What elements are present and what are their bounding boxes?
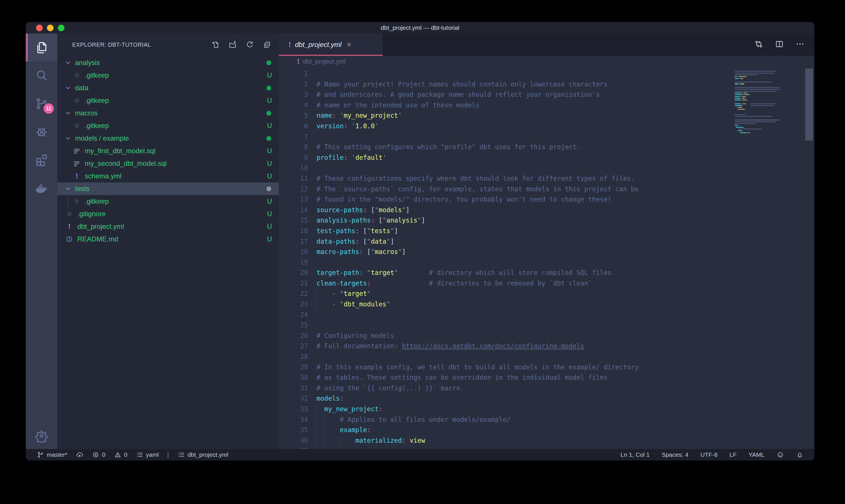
settings-gear-button[interactable] bbox=[26, 426, 57, 446]
tree-item-my-first-dbt-model-sql[interactable]: my_first_dbt_model.sqlU bbox=[57, 145, 279, 157]
minimap-line bbox=[735, 92, 741, 93]
status-sync-changes[interactable] bbox=[76, 451, 83, 458]
minimap-line bbox=[744, 94, 749, 95]
line-content: my_new_project: bbox=[317, 404, 382, 414]
code-line: 20target-path: "target" # directory whic… bbox=[279, 268, 814, 278]
tree-item-schema-yml[interactable]: !schema.ymlU bbox=[57, 170, 279, 182]
status-branch-indicator[interactable]: master* bbox=[37, 451, 67, 458]
line-content: # Full documentation: https://docs.getdb… bbox=[317, 341, 585, 352]
tree-item-dbt-project-yml[interactable]: !dbt_project.ymlU bbox=[57, 220, 279, 233]
tree-item-tests[interactable]: tests bbox=[57, 182, 279, 195]
split-editor-button[interactable] bbox=[775, 39, 784, 50]
tree-item-gitkeep[interactable]: .gitkeepU bbox=[57, 120, 279, 132]
code-editor[interactable]: 12# Name your project! Project names sho… bbox=[279, 67, 814, 449]
status-language-mode[interactable]: YAML bbox=[749, 451, 765, 458]
indent-guide bbox=[68, 195, 69, 208]
line-content: macro-paths: ["macros"] bbox=[317, 247, 406, 257]
code-line: 34 # Applies to all files under models/e… bbox=[279, 414, 814, 425]
tree-item-label: dbt_project.yml bbox=[77, 222, 124, 231]
tree-item-data[interactable]: data bbox=[57, 82, 279, 94]
status-file-selector[interactable]: dbt_project.yml bbox=[178, 451, 228, 458]
tree-item-gitignore[interactable]: .gitignoreU bbox=[57, 208, 279, 220]
minimap-line bbox=[742, 103, 745, 104]
minimap-line bbox=[735, 91, 776, 92]
status-error-count[interactable]: 0 bbox=[92, 451, 105, 458]
activity-item-explorer[interactable] bbox=[26, 34, 57, 61]
git-untracked-badge: U bbox=[267, 97, 272, 105]
tree-item-label: data bbox=[75, 84, 89, 92]
refresh-button[interactable] bbox=[245, 40, 255, 50]
tree-item-label: README.md bbox=[77, 235, 118, 243]
close-window-button[interactable] bbox=[36, 25, 43, 31]
status-eol[interactable]: LF bbox=[730, 451, 737, 458]
yaml-file-icon: ! bbox=[297, 57, 300, 66]
zoom-window-button[interactable] bbox=[58, 25, 65, 31]
status-yaml-selector[interactable]: yaml bbox=[136, 451, 159, 458]
minimap-line bbox=[735, 123, 755, 124]
line-number: 13 bbox=[279, 194, 308, 205]
git-file-icon bbox=[73, 198, 81, 205]
minimap-line bbox=[738, 83, 739, 84]
close-tab-icon[interactable]: × bbox=[347, 41, 351, 49]
tab-label: dbt_project.yml bbox=[295, 41, 342, 49]
tab-dbt-project-yml[interactable]: ! dbt_project.yml × bbox=[279, 34, 383, 56]
tree-item-label: my_first_dbt_model.sql bbox=[85, 147, 156, 155]
line-number: 37 bbox=[279, 446, 308, 449]
line-number: 17 bbox=[279, 236, 308, 247]
new-folder-button[interactable] bbox=[228, 40, 237, 50]
new-file-button[interactable] bbox=[211, 40, 220, 50]
status-error-count-label: 0 bbox=[102, 451, 105, 458]
tree-item-gitkeep[interactable]: .gitkeepU bbox=[57, 195, 279, 208]
line-number: 1 bbox=[279, 69, 308, 79]
minimap-line bbox=[740, 78, 743, 79]
line-content: analysis-paths: ["analysis"] bbox=[317, 215, 425, 226]
tree-item-analysis[interactable]: analysis bbox=[57, 56, 279, 69]
line-number: 6 bbox=[279, 121, 308, 131]
status-indentation[interactable]: Spaces: 4 bbox=[662, 451, 688, 458]
status-feedback[interactable] bbox=[776, 451, 784, 458]
line-number: 4 bbox=[279, 100, 308, 110]
status-bar-right: Ln 1, Col 1Spaces: 4UTF-8LFYAML bbox=[621, 451, 804, 458]
git-untracked-badge: U bbox=[267, 147, 272, 155]
minimap-line bbox=[748, 132, 750, 133]
minimap-line bbox=[738, 125, 738, 126]
tree-item-models-example[interactable]: models / example bbox=[57, 132, 279, 145]
status-encoding[interactable]: UTF-8 bbox=[700, 451, 718, 458]
tree-item-label: macros bbox=[75, 109, 98, 117]
tree-item-gitkeep[interactable]: .gitkeepU bbox=[57, 94, 279, 107]
breadcrumb[interactable]: ! dbt_project.yml bbox=[279, 56, 814, 67]
minimap-line bbox=[735, 103, 741, 104]
minimap-line bbox=[744, 83, 744, 84]
status-notifications[interactable] bbox=[796, 451, 804, 458]
code-line: 30# as tables. These settings can be ove… bbox=[279, 372, 814, 383]
open-changes-button[interactable] bbox=[754, 39, 763, 50]
tree-item-macros[interactable]: macros bbox=[57, 107, 279, 120]
explorer-actions bbox=[211, 40, 272, 50]
minimap-line bbox=[742, 105, 742, 106]
code-line: 22 - "target" bbox=[279, 288, 814, 299]
tree-item-my-second-dbt-model-sql[interactable]: my_second_dbt_model.sqlU bbox=[57, 157, 279, 170]
more-actions-button[interactable] bbox=[795, 39, 805, 50]
activity-item-docker[interactable] bbox=[26, 174, 57, 202]
status-warning-count[interactable]: 0 bbox=[114, 451, 127, 458]
activity-item-source-control[interactable]: 11 bbox=[26, 90, 57, 118]
scrollbar-thumb[interactable] bbox=[805, 69, 813, 141]
tree-item-label: .gitkeep bbox=[85, 71, 109, 79]
collapse-all-button[interactable] bbox=[262, 40, 272, 50]
code-line: 12# The `source-paths` config, for examp… bbox=[279, 184, 814, 195]
status-cursor-position[interactable]: Ln 1, Col 1 bbox=[621, 451, 650, 458]
minimap-line bbox=[747, 92, 748, 93]
minimize-window-button[interactable] bbox=[47, 25, 54, 31]
activity-item-search[interactable] bbox=[26, 61, 57, 90]
minimap[interactable] bbox=[735, 69, 805, 449]
code-line: 29# In this example config, we tell dbt … bbox=[279, 362, 814, 373]
minimap-line bbox=[735, 125, 738, 126]
activity-item-debug[interactable] bbox=[26, 118, 57, 146]
activity-item-extensions[interactable] bbox=[26, 146, 57, 174]
minimap-line bbox=[735, 94, 742, 95]
tree-item-readme-md[interactable]: README.mdU bbox=[57, 233, 279, 246]
chevron-down-icon bbox=[65, 85, 72, 91]
activity-bar: 11 bbox=[26, 34, 57, 449]
minimap-line bbox=[742, 94, 743, 95]
tree-item-gitkeep[interactable]: .gitkeepU bbox=[57, 69, 279, 82]
